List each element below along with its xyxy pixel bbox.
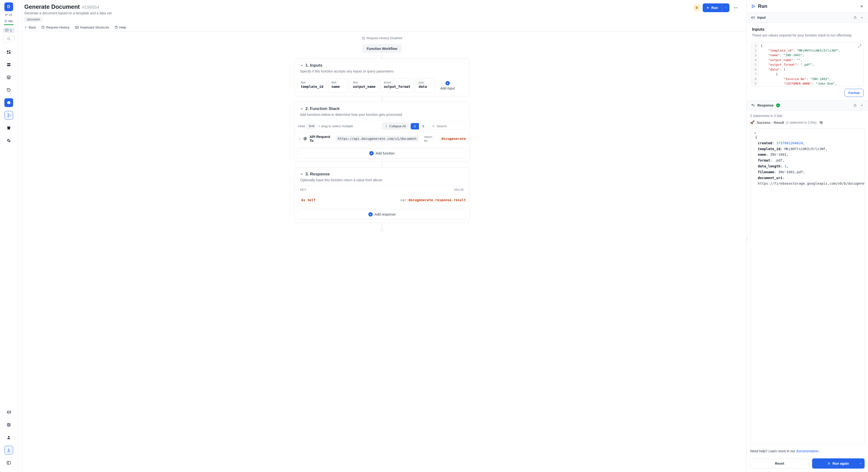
inputs-title: 1. Inputs	[305, 63, 322, 68]
value-header: VALUE	[454, 188, 464, 191]
env-chip[interactable]: live	[3, 19, 14, 24]
row-label: API Request To	[310, 135, 333, 143]
svg-text:(x): (x)	[9, 114, 11, 116]
keyboard-shortcuts-button[interactable]: Keyboard Shortcuts	[75, 25, 109, 29]
resize-handle[interactable]: ⋮	[745, 236, 748, 243]
page-tag[interactable]: document	[24, 17, 42, 22]
collapse-all-button[interactable]: Collapse All	[382, 123, 408, 130]
nav-dashboard[interactable]	[4, 48, 13, 56]
request-history-button[interactable]: Request History	[41, 25, 69, 29]
list-icon	[413, 124, 416, 128]
collapse-inputs[interactable]	[300, 64, 304, 67]
return-var: docugenerate	[441, 137, 466, 141]
response-row[interactable]: As Self var:docugenerate.response.result	[295, 194, 469, 206]
branch-chip[interactable]: v1	[4, 12, 13, 18]
nav-library[interactable]	[4, 98, 13, 107]
input-pill-template_id[interactable]: texttemplate_id	[298, 79, 327, 93]
result-json[interactable]: { created: 1737061264624, template_id: M…	[750, 128, 865, 444]
response-key[interactable]: As Self	[298, 196, 319, 204]
stack-item-1[interactable]: 1 API Request To https://api.docugenerat…	[295, 132, 469, 145]
back-button[interactable]: Back	[24, 25, 36, 29]
help-button[interactable]: Help	[115, 25, 126, 29]
nav-support[interactable]	[4, 420, 13, 429]
branch-icon	[5, 13, 8, 16]
comment-icon	[5, 29, 8, 32]
add-input-button[interactable]: +Add input	[437, 79, 458, 93]
run-dropdown[interactable]	[722, 3, 730, 12]
format-button[interactable]: Format	[844, 89, 864, 97]
input-pill-data[interactable]: jsondata	[415, 79, 435, 93]
play-outline-icon	[828, 462, 831, 465]
play-outline-icon	[751, 4, 755, 8]
run-panel: Run Input Inputs These are values requir…	[746, 0, 868, 472]
collapse-response-section[interactable]	[860, 104, 864, 107]
api-icon	[303, 137, 307, 141]
unlock-icon[interactable]	[854, 16, 857, 19]
run-again-button[interactable]: Run again	[812, 459, 865, 469]
return-icon	[751, 104, 755, 107]
nav-database[interactable]	[4, 60, 13, 69]
collapse-stack[interactable]	[300, 107, 304, 111]
nav-layers[interactable]	[4, 73, 13, 82]
collapse-response[interactable]	[300, 173, 304, 176]
stack-sub: Add functions below to determine how you…	[300, 113, 464, 117]
nav-user[interactable]	[4, 433, 13, 442]
input-pill-output_format[interactable]: enumoutput_format	[380, 79, 413, 93]
workflow-label: Function Workflow	[362, 44, 402, 53]
sidebar-search[interactable]	[3, 35, 14, 42]
response-sub: Optionally have this function return a v…	[300, 178, 464, 182]
svg-point-3	[5, 20, 7, 21]
statement-summary: 2 statements in 2.54s	[747, 111, 868, 119]
nav-settings[interactable]	[4, 136, 13, 145]
run-again-dropdown[interactable]	[859, 462, 862, 465]
nav-announcements[interactable]	[4, 408, 13, 416]
view-list[interactable]	[411, 123, 419, 129]
svg-point-13	[8, 424, 9, 425]
workspace-logo[interactable]: D	[4, 2, 13, 11]
env-label: live	[8, 20, 13, 23]
add-function-button[interactable]: + Add function	[298, 148, 466, 159]
response-card: 3. Response Optionally have this functio…	[294, 167, 469, 223]
json-editor[interactable]: 1234567891011 { "template_id": "MKj0H7ts…	[751, 42, 864, 86]
collapse-input-section[interactable]	[860, 16, 864, 19]
nav-history[interactable]	[4, 86, 13, 94]
keyboard-icon	[75, 25, 79, 29]
key-header: KEY	[300, 188, 306, 191]
close-panel[interactable]	[860, 4, 864, 8]
input-pill-name[interactable]: textname	[329, 79, 348, 93]
copy-result[interactable]	[819, 121, 823, 124]
left-sidebar: D v1 live 1 (x)	[0, 0, 18, 472]
svg-rect-19	[75, 26, 78, 28]
response-section-bar: Response ✓	[747, 100, 868, 111]
workflow-canvas: Request History Disabled Function Workfl…	[18, 31, 746, 472]
add-response-button[interactable]: + Add response	[298, 209, 466, 220]
reset-button[interactable]: Reset	[750, 459, 809, 469]
stack-search[interactable]	[429, 123, 466, 129]
expand-editor[interactable]	[858, 44, 862, 48]
gear-icon	[7, 139, 11, 143]
documentation-link[interactable]: documentation	[796, 449, 819, 453]
unlock-icon[interactable]	[854, 104, 857, 107]
nav-marketplace[interactable]	[4, 124, 13, 132]
nav-function[interactable]: (x)	[4, 111, 13, 120]
more-menu[interactable]	[732, 4, 740, 12]
user-avatar[interactable]: D	[693, 4, 700, 11]
view-detail[interactable]	[419, 123, 427, 129]
nav-download[interactable]	[4, 446, 13, 454]
plus-icon: +	[368, 212, 373, 216]
svg-point-0	[6, 14, 6, 14]
comments-chip[interactable]: 1	[3, 28, 14, 33]
panel-icon	[6, 461, 11, 465]
svg-rect-23	[751, 17, 754, 18]
svg-rect-7	[9, 52, 10, 54]
input-pill-output_name[interactable]: textoutput_name	[350, 79, 379, 93]
datasource-icon	[4, 20, 7, 23]
stack-search-input[interactable]	[437, 124, 463, 128]
history-disabled-note[interactable]: Request History Disabled	[362, 36, 402, 40]
svg-rect-6	[9, 50, 10, 51]
nav-collapse-sidebar[interactable]	[4, 459, 13, 467]
inputs-sub: Specify if this function accepts any inp…	[300, 69, 464, 73]
run-button[interactable]: Run	[703, 3, 730, 12]
api-url: https://api.docugenerate.com/v1/document	[335, 136, 419, 142]
box-icon	[6, 100, 11, 105]
